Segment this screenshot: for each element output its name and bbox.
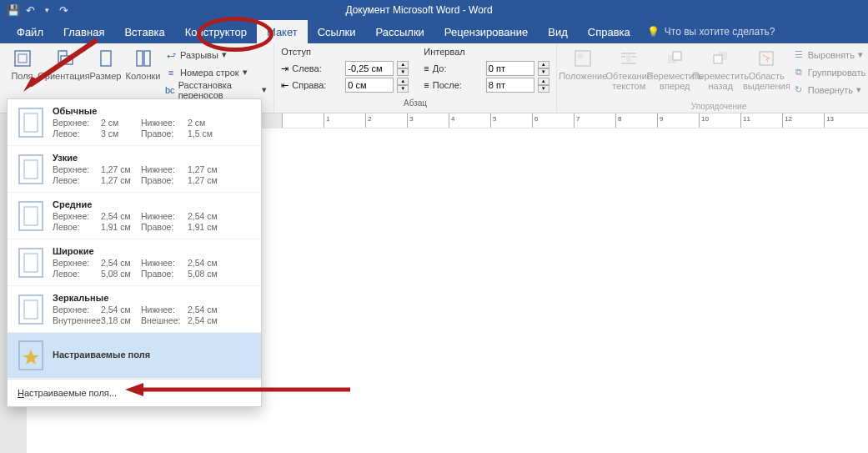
line-numbers-label: Номера строк <box>180 68 239 78</box>
svg-rect-0 <box>15 51 30 66</box>
hyphenation-button[interactable]: bcРасстановка переносов ▾ <box>165 82 267 98</box>
indent-left-spinner[interactable]: ▲▼ <box>397 61 409 76</box>
margins-dropdown: ОбычныеВерхнее:2 смНижнее:2 смЛевое:3 см… <box>7 98 262 407</box>
undo-icon[interactable]: ↶ <box>23 3 37 17</box>
margins-custom-footer[interactable]: Настраиваемые поля... <box>8 379 261 406</box>
svg-rect-6 <box>144 51 150 66</box>
spacing-before-spinner[interactable]: ▲▼ <box>538 61 549 76</box>
spacing-before-icon: ≡ <box>424 63 429 73</box>
spacing-after-label: После: <box>433 80 483 90</box>
tab-view[interactable]: Вид <box>538 20 578 43</box>
selection-pane-button[interactable]: Область выделения <box>744 45 790 91</box>
tab-insert[interactable]: Вставка <box>114 20 174 43</box>
columns-label: Колонки <box>126 71 161 81</box>
rotate-button[interactable]: ↻Повернуть ▾ <box>793 82 868 98</box>
send-backward-button[interactable]: Переместить назад <box>698 45 744 91</box>
tab-help[interactable]: Справка <box>578 20 640 43</box>
tab-mailings[interactable]: Рассылки <box>365 20 434 43</box>
group-button[interactable]: ⧉Группировать ▾ <box>793 64 868 80</box>
svg-rect-22 <box>24 160 38 179</box>
indent-left-row: ⇥ Слева: ▲▼ <box>281 60 409 77</box>
bring-forward-icon <box>665 48 685 68</box>
rotate-icon: ↻ <box>793 84 805 96</box>
svg-rect-28 <box>24 300 38 319</box>
indent-left-label: Слева: <box>292 63 342 73</box>
align-icon: ☰ <box>793 49 805 61</box>
redo-icon[interactable]: ↷ <box>57 3 70 17</box>
group-label: Группировать <box>808 68 866 78</box>
indent-right-input[interactable] <box>345 78 394 93</box>
spacing-before-row: ≡ До: ▲▼ <box>424 60 549 77</box>
save-icon[interactable]: 💾 <box>7 3 20 17</box>
align-button[interactable]: ☰Выровнять ▾ <box>793 47 868 63</box>
indent-right-row: ⇤ Справа: ▲▼ <box>281 77 409 93</box>
tab-references[interactable]: Ссылки <box>308 20 366 43</box>
group-icon: ⧉ <box>793 67 805 78</box>
line-numbers-button[interactable]: ≡Номера строк ▾ <box>165 64 267 80</box>
margins-button[interactable]: Поля <box>3 45 41 81</box>
breaks-icon: ⮐ <box>165 49 177 61</box>
margins-icon <box>13 48 33 68</box>
margins-option-1[interactable]: УзкиеВерхнее:1,27 смНижнее:1,27 смЛевое:… <box>8 146 261 193</box>
spacing-after-input[interactable] <box>486 78 534 93</box>
svg-rect-26 <box>24 254 38 272</box>
orientation-button[interactable]: Ориентация <box>41 45 87 81</box>
chevron-down-icon[interactable]: ▾ <box>40 3 53 17</box>
indent-left-icon: ⇥ <box>281 63 288 74</box>
tell-me-search[interactable]: 💡 Что вы хотите сделать? <box>647 20 775 43</box>
svg-rect-8 <box>578 53 583 58</box>
margins-option-4[interactable]: ЗеркальныеВерхнее:2,54 смНижнее:2,54 смВ… <box>8 286 261 333</box>
svg-rect-19 <box>19 108 43 137</box>
svg-rect-18 <box>760 52 773 65</box>
spacing-before-input[interactable] <box>486 61 534 76</box>
svg-rect-4 <box>101 51 111 66</box>
indent-right-spinner[interactable]: ▲▼ <box>397 78 409 93</box>
rotate-label: Повернуть <box>808 85 853 95</box>
svg-rect-25 <box>19 249 43 277</box>
margins-option-custom[interactable]: Настраиваемые поля <box>8 333 261 379</box>
selection-pane-icon <box>756 48 776 68</box>
tab-review[interactable]: Рецензирование <box>434 20 538 43</box>
svg-rect-17 <box>714 55 722 63</box>
wrap-text-button[interactable]: Обтекание текстом <box>606 45 652 91</box>
indent-left-input[interactable] <box>345 61 394 76</box>
send-backward-label: Переместить назад <box>693 71 749 91</box>
tab-home[interactable]: Главная <box>53 20 114 43</box>
group-arrange-label: Упорядочение <box>560 100 868 113</box>
tab-design[interactable]: Конструктор <box>175 20 257 43</box>
spacing-after-spinner[interactable]: ▲▼ <box>538 78 549 93</box>
svg-rect-27 <box>19 295 43 324</box>
indent-header: Отступ <box>281 47 409 57</box>
window-title: Документ Microsoft Word - Word <box>70 4 768 16</box>
quick-access-toolbar: 💾 ↶ ▾ ↷ <box>0 3 70 17</box>
margins-option-0[interactable]: ОбычныеВерхнее:2 смНижнее:2 смЛевое:3 см… <box>8 99 261 146</box>
bring-forward-button[interactable]: Переместить вперед <box>652 45 698 91</box>
spacing-after-row: ≡ После: ▲▼ <box>424 77 549 93</box>
svg-marker-30 <box>23 350 39 365</box>
lightbulb-icon: 💡 <box>647 26 660 38</box>
margins-option-2[interactable]: СредниеВерхнее:2,54 смНижнее:2,54 смЛево… <box>8 193 261 239</box>
columns-icon <box>133 48 153 68</box>
spacing-before-label: До: <box>433 63 483 73</box>
group-paragraph-label: Абзац <box>281 97 549 109</box>
margins-option-3[interactable]: ШирокиеВерхнее:2,54 смНижнее:2,54 смЛево… <box>8 239 261 286</box>
size-button[interactable]: Размер <box>87 45 124 81</box>
group-paragraph: Отступ ⇥ Слева: ▲▼ ⇤ Справа: ▲▼ Интервал <box>274 43 556 113</box>
breaks-button[interactable]: ⮐Разрывы ▾ <box>165 47 267 63</box>
orientation-icon <box>54 48 74 68</box>
tab-layout[interactable]: Макет <box>257 20 308 43</box>
tab-file[interactable]: Файл <box>7 20 53 43</box>
position-label: Положение <box>559 71 607 81</box>
spacing-after-icon: ≡ <box>424 80 429 90</box>
wrap-text-icon <box>619 48 639 68</box>
position-button[interactable]: Положение <box>560 45 606 81</box>
wrap-text-label: Обтекание текстом <box>606 71 652 91</box>
svg-rect-1 <box>18 54 27 63</box>
tell-me-label: Что вы хотите сделать? <box>665 26 775 38</box>
indent-right-label: Справа: <box>292 80 342 90</box>
svg-rect-9 <box>626 55 631 62</box>
columns-button[interactable]: Колонки <box>124 45 162 81</box>
indent-right-icon: ⇤ <box>281 80 288 91</box>
size-label: Размер <box>90 71 122 81</box>
svg-rect-23 <box>19 202 43 230</box>
